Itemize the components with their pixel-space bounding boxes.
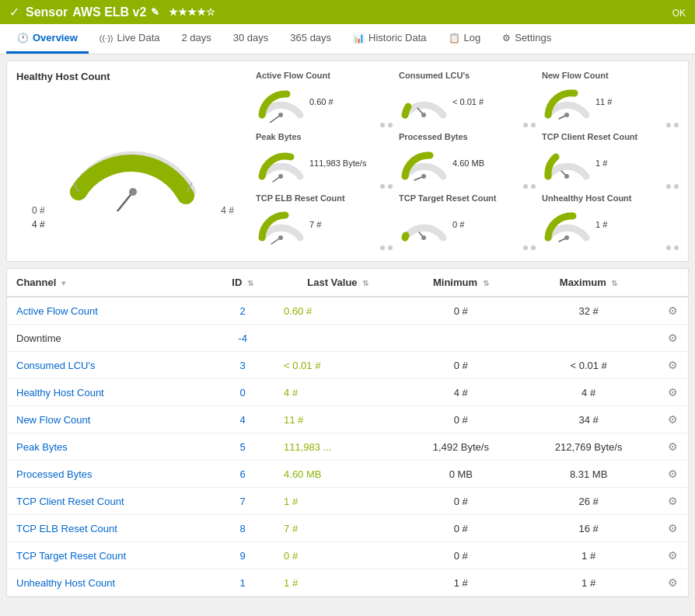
sort-maximum-icon: ⇅ xyxy=(611,279,617,287)
gear-icon[interactable]: ⚙ xyxy=(668,468,678,480)
lastvalue-cell: 0.60 # xyxy=(274,297,401,325)
id-cell: 7 xyxy=(211,488,274,515)
maximum-cell: 32 # xyxy=(520,297,657,325)
sg-dot xyxy=(531,184,536,189)
id-cell: -4 xyxy=(211,325,274,352)
action-cell[interactable]: ⚙ xyxy=(657,297,688,325)
action-cell[interactable]: ⚙ xyxy=(657,461,688,488)
minimum-cell: 1 # xyxy=(401,569,520,597)
channel-cell[interactable]: Healthy Host Count xyxy=(7,379,211,406)
maximum-cell xyxy=(520,325,657,352)
col-lastvalue[interactable]: Last Value ⇅ xyxy=(274,269,401,297)
gear-icon[interactable]: ⚙ xyxy=(668,359,678,371)
sg-consumed-lcu-value: < 0.01 # xyxy=(452,97,495,106)
data-table: Channel ▾ ID ⇅ Last Value ⇅ Minimum ⇅ xyxy=(7,269,688,597)
tab-365days[interactable]: 365 days xyxy=(279,24,342,54)
sg-new-flow-value: 11 # xyxy=(595,97,638,106)
minimum-cell: 0 MB xyxy=(401,461,520,488)
action-cell[interactable]: ⚙ xyxy=(657,406,688,433)
col-maximum[interactable]: Maximum ⇅ xyxy=(520,269,657,297)
action-cell[interactable]: ⚙ xyxy=(657,488,688,515)
channel-cell[interactable]: Active Flow Count xyxy=(7,297,211,325)
channel-cell[interactable]: Unhealthy Host Count xyxy=(7,569,211,597)
sg-unhealthy-host-value: 1 # xyxy=(595,220,638,229)
svg-point-22 xyxy=(564,235,569,240)
col-channel[interactable]: Channel ▾ xyxy=(7,269,211,297)
edit-icon[interactable]: ✎ xyxy=(151,6,159,18)
sg-unhealthy-host: Unhealthy Host Count 1 # xyxy=(542,193,679,250)
channel-cell[interactable]: Peak Bytes xyxy=(7,433,211,461)
gear-icon[interactable]: ⚙ xyxy=(668,440,678,453)
id-cell: 4 xyxy=(211,406,274,433)
sg-active-flow-gauge xyxy=(256,80,306,123)
sg-tcp-elb-gauge xyxy=(256,203,306,245)
tab-log[interactable]: 📋 Log xyxy=(438,24,492,54)
action-cell[interactable]: ⚙ xyxy=(657,542,688,569)
action-cell[interactable]: ⚙ xyxy=(657,433,688,461)
gear-icon[interactable]: ⚙ xyxy=(668,413,678,426)
action-cell[interactable]: ⚙ xyxy=(657,325,688,352)
sg-dot xyxy=(380,184,385,189)
sg-new-flow-gauge xyxy=(542,80,592,123)
tab-historic-data[interactable]: 📊 Historic Data xyxy=(342,24,437,54)
channel-cell[interactable]: TCP ELB Reset Count xyxy=(7,515,211,542)
tab-30days[interactable]: 30 days xyxy=(222,24,280,54)
sort-minimum-icon: ⇅ xyxy=(483,279,489,287)
tab-live-data[interactable]: ((·)) Live Data xyxy=(89,24,171,54)
gauge-panel: Healthy Host Count x xyxy=(6,61,689,262)
action-cell[interactable]: ⚙ xyxy=(657,379,688,406)
action-cell[interactable]: ⚙ xyxy=(657,569,688,597)
sg-tcp-target: TCP Target Reset Count 0 # xyxy=(399,193,536,250)
table-row: Unhealthy Host Count11 #1 #1 #⚙ xyxy=(7,569,688,597)
lastvalue-cell: < 0.01 # xyxy=(274,352,401,379)
tab-overview[interactable]: 🕐 Overview xyxy=(6,24,89,54)
header-title: Sensor AWS ELB v2 ✎ ★★★★☆ xyxy=(26,5,215,19)
maximum-cell: 1 # xyxy=(520,542,657,569)
overview-icon: 🕐 xyxy=(17,33,29,44)
minimum-cell: 0 # xyxy=(401,515,520,542)
id-cell: 9 xyxy=(211,542,274,569)
svg-point-20 xyxy=(564,174,569,179)
sg-new-flow-label: New Flow Count xyxy=(542,71,609,80)
channel-cell[interactable]: TCP Client Reset Count xyxy=(7,488,211,515)
sg-dot xyxy=(388,123,393,127)
action-cell[interactable]: ⚙ xyxy=(657,515,688,542)
sort-id-icon: ⇅ xyxy=(247,279,253,287)
gear-icon[interactable]: ⚙ xyxy=(668,386,678,398)
sg-processed-bytes-gauge xyxy=(399,141,449,184)
col-minimum[interactable]: Minimum ⇅ xyxy=(401,269,520,297)
channel-cell[interactable]: New Flow Count xyxy=(7,406,211,433)
sg-peak-bytes-gauge xyxy=(256,141,306,184)
sg-dot xyxy=(674,184,679,189)
channel-cell[interactable]: Processed Bytes xyxy=(7,461,211,488)
big-gauge-container: x xyxy=(16,89,250,213)
channel-cell[interactable]: Consumed LCU's xyxy=(7,352,211,379)
svg-point-10 xyxy=(278,235,283,240)
maximum-cell: 1 # xyxy=(520,569,657,597)
channel-cell[interactable]: TCP Target Reset Count xyxy=(7,542,211,569)
action-cell[interactable]: ⚙ xyxy=(657,352,688,379)
gear-icon[interactable]: ⚙ xyxy=(668,305,678,317)
sg-dot xyxy=(666,184,671,189)
sg-active-flow-label: Active Flow Count xyxy=(256,71,330,80)
sg-consumed-lcu-label: Consumed LCU's xyxy=(399,71,470,80)
gear-icon[interactable]: ⚙ xyxy=(668,495,678,507)
gear-icon[interactable]: ⚙ xyxy=(668,549,678,562)
sg-tcp-target-label: TCP Target Reset Count xyxy=(399,193,497,203)
main-content: Healthy Host Count x xyxy=(0,54,695,604)
svg-point-16 xyxy=(421,235,426,240)
sg-dot xyxy=(666,245,671,250)
col-id[interactable]: ID ⇅ xyxy=(211,269,274,297)
gear-icon[interactable]: ⚙ xyxy=(668,332,678,344)
tab-settings[interactable]: ⚙ Settings xyxy=(491,24,562,54)
col-actions xyxy=(657,269,688,297)
healthy-host-section: Healthy Host Count x xyxy=(16,71,250,252)
sg-dot xyxy=(523,123,528,127)
id-cell: 2 xyxy=(211,297,274,325)
star-rating[interactable]: ★★★★☆ xyxy=(169,6,215,18)
sg-peak-bytes: Peak Bytes 111,983 Byte/s xyxy=(256,132,393,189)
gear-icon[interactable]: ⚙ xyxy=(668,576,678,589)
sg-dot xyxy=(380,123,385,127)
gear-icon[interactable]: ⚙ xyxy=(668,522,678,534)
tab-2days[interactable]: 2 days xyxy=(170,24,222,54)
